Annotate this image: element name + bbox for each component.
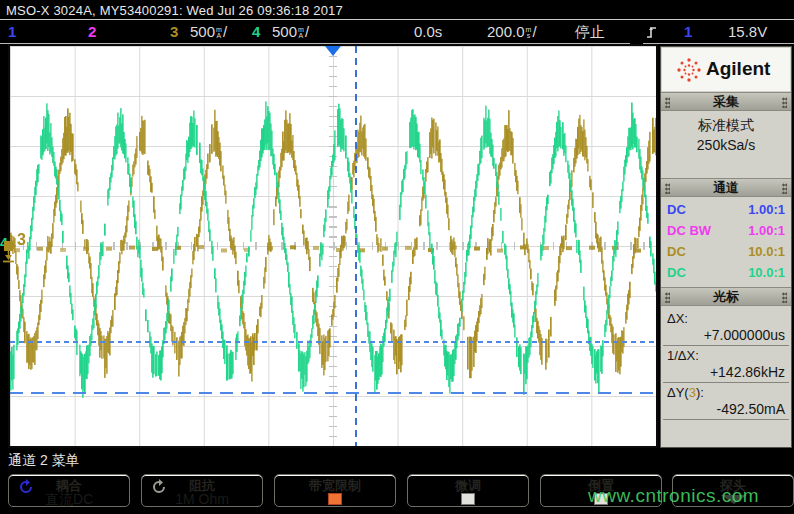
divider <box>663 419 789 420</box>
delta-y-label: ΔY(3): <box>667 385 704 400</box>
channel-4-coupling-row[interactable]: DC10.0:1 <box>661 262 791 283</box>
status-bar: 1 2 3 500mA/ 4 500mA/ 0.0s 200.0ms/ 停止 1… <box>0 21 794 43</box>
softkey-impedance[interactable]: 阻抗 1M Ohm <box>141 474 263 507</box>
channel-4-badge[interactable]: 4 <box>252 23 260 40</box>
y1-cursor-line[interactable] <box>10 341 656 343</box>
grip-icon <box>665 183 670 194</box>
channel-3-scale[interactable]: 500mA/ <box>190 23 227 40</box>
timebase-scale[interactable]: 200.0ms/ <box>487 23 537 40</box>
agilent-logo-icon <box>674 55 704 89</box>
channel-3-coupling-row[interactable]: DC10.0:1 <box>661 241 791 262</box>
trigger-edge-icon <box>646 24 658 43</box>
softkey-fine-adjust[interactable]: 微调 <box>407 474 529 507</box>
delta-y-value: -492.50mA <box>717 401 785 417</box>
channel-3-badge[interactable]: 3 <box>170 23 178 40</box>
ground-symbol-icon <box>2 250 15 268</box>
sample-rate: 250kSa/s <box>661 137 791 153</box>
channel-4-scale[interactable]: 500mA/ <box>272 23 309 40</box>
channels-header[interactable]: 通道 <box>661 178 791 197</box>
softkey-coupling[interactable]: 耦合 直流DC <box>8 474 130 507</box>
divider <box>663 382 789 383</box>
run-state[interactable]: 停止 <box>575 23 605 42</box>
grip-icon <box>782 183 787 194</box>
softkey-bandwidth-limit[interactable]: 带宽限制 <box>274 474 396 507</box>
checkbox-unchecked-icon <box>461 493 475 505</box>
acquisition-mode: 标准模式 <box>661 117 791 135</box>
grip-icon <box>782 97 787 108</box>
channel-3-scale-unit: mA <box>216 27 222 39</box>
inv-delta-x-label: 1/ΔX: <box>667 348 699 363</box>
instrument-title: MSO-X 3024A, MY53400291: Wed Jul 26 09:3… <box>6 3 343 18</box>
channel-3-ground-marker[interactable]: 3 <box>17 231 26 249</box>
channel-1-badge[interactable]: 1 <box>8 23 16 40</box>
brand-box: Agilent <box>662 48 790 91</box>
trigger-level[interactable]: 15.8V <box>728 23 767 40</box>
channel-4-scale-unit: mA <box>298 27 304 39</box>
time-offset[interactable]: 0.0s <box>414 23 442 40</box>
oscilloscope-screen: MSO-X 3024A, MY53400291: Wed Jul 26 09:3… <box>0 0 794 514</box>
timebase-unit: ms <box>526 27 532 39</box>
waveform-display <box>8 44 658 448</box>
y2-cursor-line[interactable] <box>10 392 656 394</box>
checkbox-checked-icon <box>328 493 342 505</box>
trigger-position-marker[interactable] <box>325 46 341 56</box>
grip-icon <box>665 292 670 303</box>
cursors-header[interactable]: 光标 <box>661 287 791 306</box>
info-panel: Agilent 采集 标准模式 250kSa/s 通道 DC1.00:1 DC … <box>660 46 792 448</box>
watermark-text: www.cntronics.com <box>588 485 759 507</box>
acquisition-header[interactable]: 采集 <box>661 92 791 111</box>
trigger-source[interactable]: 1 <box>684 23 692 40</box>
divider <box>663 345 789 346</box>
channel-1-coupling-row[interactable]: DC1.00:1 <box>661 199 791 220</box>
grip-icon <box>665 97 670 108</box>
inv-delta-x-value: +142.86kHz <box>710 364 785 380</box>
waveform-traces <box>10 46 656 446</box>
grip-icon <box>782 292 787 303</box>
status-separator-right <box>643 43 794 44</box>
x-cursor-line[interactable] <box>355 46 357 446</box>
channel-2-badge[interactable]: 2 <box>88 23 96 40</box>
delta-x-label: ΔX: <box>667 311 688 326</box>
title-bar: MSO-X 3024A, MY53400291: Wed Jul 26 09:3… <box>0 0 794 20</box>
softkey-menu-title: 通道 2 菜单 <box>8 452 80 470</box>
brand-name: Agilent <box>706 58 770 80</box>
channel-2-coupling-row[interactable]: DC BW1.00:1 <box>661 220 791 241</box>
delta-x-value: +7.000000us <box>704 327 785 343</box>
